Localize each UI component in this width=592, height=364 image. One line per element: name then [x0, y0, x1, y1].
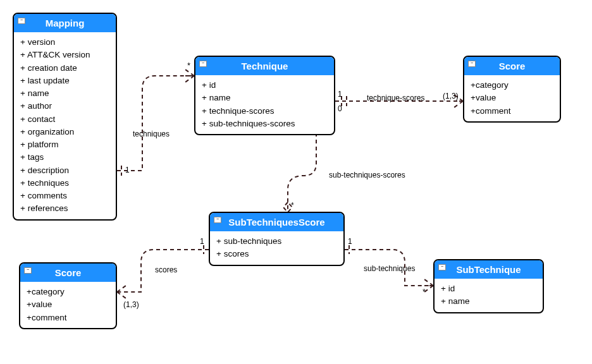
attr: + contact: [20, 113, 109, 126]
attr: + name: [441, 295, 536, 308]
assoc-label-techniques: techniques: [133, 130, 170, 138]
attr: + name: [202, 92, 328, 104]
attr: +comment: [27, 312, 109, 324]
class-title-score-top: Score: [499, 61, 526, 71]
class-body-mapping: + version + ATT&CK version + creation da…: [14, 32, 116, 219]
class-body-subtechnique: + id + name: [435, 279, 543, 312]
class-score-bottom: − Score +category +value +comment: [19, 262, 117, 329]
attr: + creation date: [20, 62, 109, 75]
class-title-score-bottom: Score: [55, 267, 82, 278]
class-header-mapping: − Mapping: [14, 14, 116, 32]
card-score-bottom-13: (1,3): [123, 300, 139, 309]
assoc-label-technique-scores: technique-scores: [367, 94, 424, 102]
class-subtechnique: − SubTechnique + id + name: [433, 259, 544, 313]
class-icon: −: [199, 61, 207, 67]
class-title-subtechnique: SubTechnique: [456, 264, 521, 275]
attr: +category: [27, 286, 109, 298]
attr: +category: [471, 79, 553, 92]
attr: + scores: [216, 248, 337, 260]
attr: + author: [20, 100, 109, 112]
class-body-technique: + id + name + technique-scores + sub-tec…: [195, 75, 334, 134]
assoc-label-scores: scores: [155, 265, 177, 274]
class-body-score-bottom: +category +value +comment: [20, 282, 116, 328]
class-header-sts: − SubTechniquesScore: [210, 213, 343, 231]
attr: + sub-techniques: [216, 235, 337, 248]
class-title-mapping: Mapping: [46, 18, 85, 28]
attr: + tags: [20, 151, 109, 164]
attr: + techniques: [20, 177, 109, 190]
card-score-13: (1,3): [443, 92, 459, 100]
attr: + platform: [20, 138, 109, 151]
class-header-score-top: − Score: [464, 57, 560, 75]
card-technique-0: 0: [338, 104, 342, 113]
attr: + technique-scores: [202, 105, 328, 118]
attr: + last update: [20, 75, 109, 87]
attr: + description: [20, 164, 109, 177]
class-technique: − Technique + id + name + technique-scor…: [194, 56, 335, 135]
class-body-sts: + sub-techniques + scores: [210, 231, 343, 265]
attr: + id: [202, 79, 328, 92]
card-sts-1b: 1: [348, 237, 352, 246]
class-title-sts: SubTechniquesScore: [228, 217, 324, 228]
class-mapping: − Mapping + version + ATT&CK version + c…: [13, 13, 117, 221]
attr: +value: [471, 92, 553, 104]
attr: + version: [20, 36, 109, 49]
class-score-top: − Score +category +value +comment: [463, 56, 561, 123]
attr: + comments: [20, 190, 109, 202]
class-title-technique: Technique: [242, 61, 288, 71]
attr: +comment: [471, 105, 553, 118]
attr: +value: [27, 298, 109, 311]
class-header-technique: − Technique: [195, 57, 334, 75]
class-body-score-top: +category +value +comment: [464, 75, 560, 121]
class-icon: −: [18, 18, 25, 24]
card-sts-star: *: [291, 201, 294, 210]
attr: + id: [441, 282, 536, 295]
attr: + organization: [20, 126, 109, 138]
attr: + ATT&CK version: [20, 49, 109, 61]
class-header-subtechnique: − SubTechnique: [435, 260, 543, 279]
card-technique-1: 1: [338, 90, 342, 99]
attr: + sub-techniques-scores: [202, 118, 328, 130]
attr: + name: [20, 87, 109, 100]
svg-text:*: *: [187, 61, 190, 70]
assoc-label-sts: sub-techniques-scores: [329, 171, 405, 179]
assoc-label-sub-techniques: sub-techniques: [364, 264, 415, 273]
class-icon: −: [438, 264, 446, 270]
card-subtech-star: *: [422, 288, 426, 296]
class-header-score-bottom: − Score: [20, 264, 116, 282]
card-mapping-1: 1: [125, 166, 130, 174]
class-icon: −: [24, 267, 32, 274]
class-subtechniquesscore: − SubTechniquesScore + sub-techniques + …: [209, 212, 345, 266]
class-icon: −: [468, 61, 476, 67]
class-icon: −: [214, 217, 221, 223]
card-sts-1: 1: [200, 237, 204, 246]
attr: + references: [20, 202, 109, 215]
